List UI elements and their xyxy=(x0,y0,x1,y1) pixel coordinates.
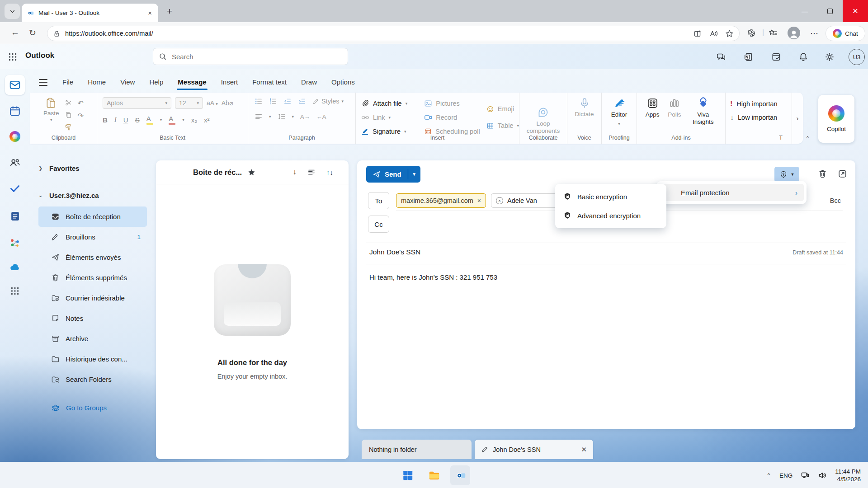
rail-onedrive-icon[interactable] xyxy=(5,257,25,277)
filter-icon[interactable] xyxy=(307,168,316,176)
outlook-taskbar-button[interactable] xyxy=(450,465,470,485)
start-button[interactable] xyxy=(398,465,418,485)
open-in-new-window-icon[interactable] xyxy=(838,169,847,178)
tab-insert[interactable]: Insert xyxy=(214,74,245,90)
settings-gear-icon[interactable] xyxy=(825,52,835,62)
close-button[interactable]: ✕ xyxy=(843,0,868,22)
rail-word-icon[interactable] xyxy=(5,206,25,226)
emoji-button[interactable]: Emoji xyxy=(486,102,519,116)
browser-profile-avatar[interactable] xyxy=(788,27,800,39)
undo-icon[interactable]: ↶ xyxy=(78,100,84,107)
highlight-button[interactable]: A xyxy=(146,115,153,125)
tab-home[interactable]: Home xyxy=(80,74,113,90)
right-to-left-button[interactable]: ←A xyxy=(316,113,326,120)
remove-recipient-icon[interactable]: × xyxy=(477,197,481,204)
rail-more-apps-icon[interactable] xyxy=(5,281,25,301)
attach-file-button[interactable]: Attach file▾ xyxy=(361,96,424,110)
account-section[interactable]: ⌄ User.3@hiez.ca xyxy=(33,188,154,203)
increase-indent-icon[interactable] xyxy=(298,97,306,105)
basic-encryption-item[interactable]: Basic encryption xyxy=(558,188,664,205)
extensions-icon[interactable] xyxy=(747,28,756,38)
subject-field[interactable]: John Doe's SSN xyxy=(369,248,420,256)
folder-drafts[interactable]: Brouillons 1 xyxy=(38,227,147,247)
new-tab-button[interactable]: + xyxy=(164,5,175,17)
rail-calendar-icon[interactable] xyxy=(5,101,25,121)
loop-components-button[interactable]: Loop components xyxy=(523,106,564,135)
maximize-button[interactable] xyxy=(817,0,843,22)
reading-pane-tab[interactable]: Nothing in folder xyxy=(362,440,472,459)
mark-read-arrow-icon[interactable]: ↓ xyxy=(293,168,297,177)
address-bar[interactable]: https://outlook.office.com/mail/ xyxy=(47,26,740,41)
to-button[interactable]: To xyxy=(368,192,389,209)
rail-people-icon[interactable] xyxy=(5,153,25,173)
strikethrough-button[interactable]: S xyxy=(135,116,140,124)
clock[interactable]: 11:44 PM 4/5/2026 xyxy=(835,468,861,483)
browser-menu-icon[interactable]: ⋯ xyxy=(810,28,819,38)
draft-tab[interactable]: John Doe's SSN ✕ xyxy=(475,440,593,459)
rail-todo-icon[interactable] xyxy=(5,178,25,198)
favorite-star-filled-icon[interactable] xyxy=(247,168,256,177)
network-icon[interactable] xyxy=(801,471,810,480)
tab-options[interactable]: Options xyxy=(324,74,362,90)
underline-button[interactable]: U xyxy=(123,116,128,124)
font-size-select[interactable]: 12▾ xyxy=(175,97,203,109)
rail-mail-icon[interactable] xyxy=(5,75,25,95)
remove-recipient-icon[interactable]: × xyxy=(496,197,503,204)
styles-button[interactable]: Styles▾ xyxy=(312,98,344,105)
clear-formatting-button[interactable]: Ab⌀ xyxy=(222,99,233,107)
folder-conversation-history[interactable]: Historique des con... xyxy=(38,349,147,369)
ribbon-menu-icon[interactable] xyxy=(38,76,55,88)
favorites-section[interactable]: ❯ Favorites xyxy=(33,160,154,176)
cut-icon[interactable] xyxy=(65,99,72,107)
notifications-bell-icon[interactable] xyxy=(798,52,808,62)
tab-list-button[interactable] xyxy=(5,4,20,19)
tab-message[interactable]: Message xyxy=(170,74,213,90)
send-button[interactable]: Send xyxy=(366,170,408,178)
read-aloud-icon[interactable] xyxy=(709,29,718,38)
sort-icon[interactable]: ↑↓ xyxy=(326,169,333,176)
hidden-icons-chevron[interactable]: ⌃ xyxy=(766,472,771,479)
superscript-button[interactable]: x² xyxy=(204,116,210,124)
left-to-right-button[interactable]: A→ xyxy=(300,113,310,120)
change-case-button[interactable]: aA ▾ xyxy=(207,99,218,107)
record-button[interactable]: Record xyxy=(424,110,486,124)
tab-help[interactable]: Help xyxy=(142,74,170,90)
align-icon[interactable] xyxy=(255,113,263,121)
browser-tab[interactable]: Mail - User 3 - Outlook × xyxy=(22,4,158,22)
low-importance-button[interactable]: ↓ Low importan xyxy=(730,111,784,124)
high-importance-button[interactable]: ! High importan xyxy=(730,97,784,111)
font-color-button[interactable]: A xyxy=(169,115,175,125)
bullet-list-icon[interactable] xyxy=(255,97,263,105)
discard-trash-icon[interactable] xyxy=(818,169,827,178)
folder-archive[interactable]: Archive xyxy=(38,328,147,349)
copilot-button[interactable]: Copilot xyxy=(818,95,854,143)
tab-format-text[interactable]: Format text xyxy=(245,74,294,90)
search-input[interactable] xyxy=(171,52,342,61)
numbered-list-icon[interactable] xyxy=(269,97,277,105)
account-avatar[interactable]: U3 xyxy=(849,49,865,65)
folder-notes[interactable]: Notes xyxy=(38,308,147,328)
chevron-down-icon[interactable]: ▾ xyxy=(292,114,294,119)
link-button[interactable]: Link▾ xyxy=(361,110,424,124)
favorite-star-icon[interactable] xyxy=(725,29,734,38)
ribbon-overflow-button[interactable]: › xyxy=(792,93,803,144)
chevron-down-icon[interactable]: ▾ xyxy=(160,117,162,122)
redo-icon[interactable]: ↷ xyxy=(78,113,84,120)
send-options-chevron[interactable]: ▼ xyxy=(408,172,420,177)
folder-junk[interactable]: Courrier indésirable xyxy=(38,288,147,308)
table-button[interactable]: Table▾ xyxy=(486,119,519,133)
bold-button[interactable]: B xyxy=(103,116,108,124)
folder-sent[interactable]: Éléments envoyés xyxy=(38,247,147,267)
folder-inbox[interactable]: Boîte de réception xyxy=(38,206,147,227)
favorites-list-icon[interactable] xyxy=(769,28,778,38)
file-explorer-button[interactable] xyxy=(424,465,444,485)
split-screen-icon[interactable] xyxy=(693,29,702,38)
my-day-icon[interactable] xyxy=(771,52,781,62)
back-button[interactable]: ← xyxy=(11,28,19,38)
ribbon-collapse-icon[interactable]: ⌃ xyxy=(805,135,810,142)
format-painter-icon[interactable] xyxy=(65,123,72,131)
go-to-groups-link[interactable]: Go to Groups xyxy=(38,398,147,418)
bcc-toggle[interactable]: Bcc xyxy=(830,197,841,204)
language-indicator[interactable]: ENG xyxy=(779,472,793,479)
rail-insights-icon[interactable] xyxy=(5,233,25,253)
